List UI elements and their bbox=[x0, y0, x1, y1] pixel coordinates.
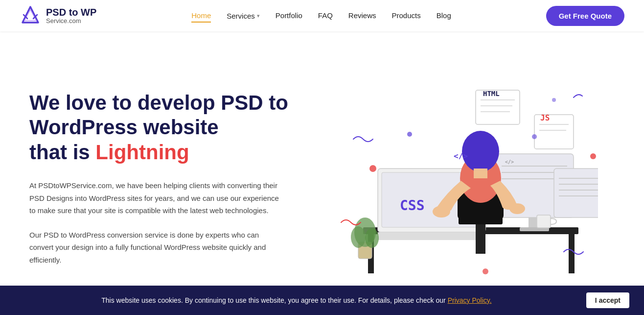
nav-item-home[interactable]: Home bbox=[191, 11, 211, 20]
svg-text:CSS: CSS bbox=[400, 197, 425, 214]
logo-sub-text: Service.com bbox=[46, 18, 96, 24]
nav-link-reviews[interactable]: Reviews bbox=[348, 11, 376, 20]
nav-link-portfolio[interactable]: Portfolio bbox=[276, 11, 302, 20]
hero-title-line2: WordPress website bbox=[29, 116, 219, 139]
nav-link-home[interactable]: Home bbox=[191, 11, 211, 23]
svg-point-5 bbox=[407, 132, 412, 137]
nav-link-services[interactable]: Services ▾ bbox=[227, 12, 260, 20]
svg-text:</>: </> bbox=[505, 159, 514, 165]
hero-title-line1: We love to develop PSD to bbox=[29, 91, 288, 114]
logo-text: PSD to WP Service.com bbox=[46, 7, 96, 24]
nav-link-blog[interactable]: Blog bbox=[437, 11, 451, 20]
svg-point-41 bbox=[509, 203, 525, 214]
hero-title: We love to develop PSD to WordPress webs… bbox=[29, 91, 288, 165]
developer-illustration: HTML JS CSS </> bbox=[314, 61, 598, 296]
nav-link-faq[interactable]: FAQ bbox=[318, 11, 333, 20]
svg-point-50 bbox=[590, 153, 596, 159]
cookie-accept-button[interactable]: I accept bbox=[586, 292, 629, 308]
svg-point-48 bbox=[532, 134, 537, 139]
cookie-message: This website uses cookies. By continuing… bbox=[101, 296, 447, 304]
cookie-banner: This website uses cookies. By continuing… bbox=[0, 286, 644, 315]
nav-item-faq[interactable]: FAQ bbox=[318, 11, 333, 20]
svg-text:HTML: HTML bbox=[483, 90, 500, 97]
svg-rect-21 bbox=[378, 232, 485, 240]
svg-point-46 bbox=[365, 228, 379, 248]
nav-link-products[interactable]: Products bbox=[392, 11, 421, 20]
svg-point-45 bbox=[351, 226, 366, 248]
hero-content: We love to develop PSD to WordPress webs… bbox=[29, 91, 288, 266]
nav-item-blog[interactable]: Blog bbox=[437, 11, 451, 20]
hero-description-2: Our PSD to WordPress conversion service … bbox=[29, 229, 284, 267]
hero-title-highlight: Lightning bbox=[95, 141, 189, 164]
svg-text:JS: JS bbox=[540, 113, 550, 122]
svg-point-40 bbox=[433, 206, 450, 218]
svg-point-49 bbox=[483, 268, 488, 274]
svg-rect-47 bbox=[537, 215, 551, 228]
hero-title-line3: that is bbox=[29, 141, 95, 164]
get-free-quote-button[interactable]: Get Free Quote bbox=[546, 6, 624, 26]
logo[interactable]: PSD to WP Service.com bbox=[20, 5, 96, 26]
cookie-privacy-link[interactable]: Privacy Policy. bbox=[448, 296, 492, 304]
nav-item-services[interactable]: Services ▾ bbox=[227, 12, 260, 20]
nav-item-products[interactable]: Products bbox=[392, 11, 421, 20]
hero-illustration: HTML JS CSS </> bbox=[288, 61, 624, 296]
svg-rect-17 bbox=[569, 234, 575, 273]
hero-description-1: At PSDtoWPService.com, we have been help… bbox=[29, 179, 284, 217]
svg-text:</>: </> bbox=[454, 151, 468, 161]
logo-main-text: PSD to WP bbox=[46, 7, 96, 18]
nav-item-portfolio[interactable]: Portfolio bbox=[276, 11, 302, 20]
hero-section: We love to develop PSD to WordPress webs… bbox=[0, 31, 644, 315]
nav-links: Home Services ▾ Portfolio FAQ Reviews Pr… bbox=[191, 11, 451, 20]
svg-point-4 bbox=[369, 165, 376, 172]
cookie-text: This website uses cookies. By continuing… bbox=[15, 296, 578, 304]
svg-rect-29 bbox=[554, 169, 598, 218]
svg-rect-39 bbox=[474, 169, 487, 178]
chevron-down-icon: ▾ bbox=[257, 13, 260, 19]
navbar: PSD to WP Service.com Home Services ▾ Po… bbox=[0, 0, 644, 31]
nav-item-reviews[interactable]: Reviews bbox=[348, 11, 376, 20]
svg-point-51 bbox=[552, 98, 556, 102]
svg-rect-35 bbox=[476, 224, 485, 254]
logo-icon bbox=[20, 5, 41, 26]
